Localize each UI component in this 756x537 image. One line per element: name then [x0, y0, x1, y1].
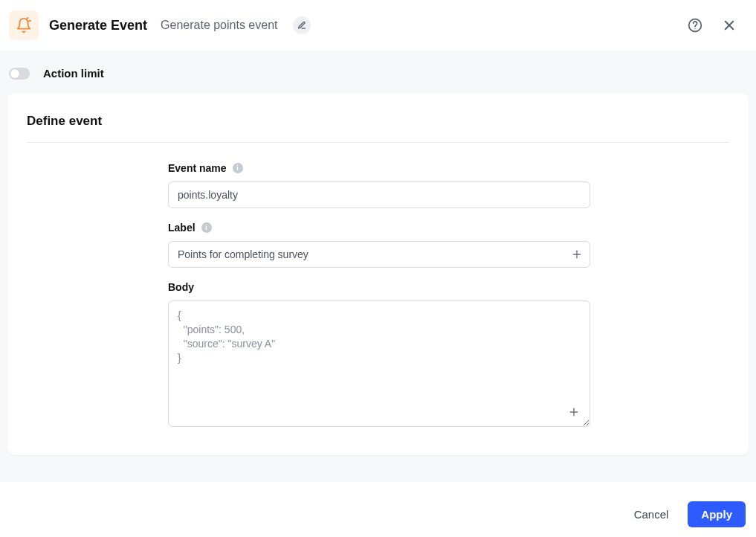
action-limit-row: Action limit — [0, 51, 756, 93]
footer-bar: Cancel Apply — [0, 482, 756, 527]
body-textarea[interactable] — [168, 300, 590, 427]
label-input[interactable] — [168, 241, 590, 268]
event-name-label: Event name — [168, 162, 227, 174]
label-field-label: Label — [168, 222, 196, 234]
card-title: Define event — [27, 114, 729, 143]
help-icon — [688, 18, 702, 33]
plus-icon — [569, 407, 579, 417]
body-field: Body — [168, 281, 590, 430]
plus-icon — [572, 249, 582, 260]
info-icon[interactable]: i — [201, 222, 212, 233]
help-button[interactable] — [683, 13, 707, 37]
action-limit-toggle[interactable] — [9, 68, 30, 80]
header-subtitle: Generate points event — [161, 19, 277, 32]
body-label: Body — [168, 281, 194, 293]
header-title: Generate Event — [49, 18, 147, 33]
body-area: Action limit Define event Event name i L… — [0, 51, 756, 482]
cancel-button[interactable]: Cancel — [631, 502, 672, 527]
pencil-icon — [297, 21, 306, 30]
edit-title-button[interactable] — [293, 16, 311, 34]
toggle-knob — [10, 69, 19, 78]
add-label-variable-button[interactable] — [569, 247, 584, 262]
close-button[interactable] — [717, 13, 741, 37]
action-limit-label: Action limit — [43, 67, 104, 80]
event-name-input[interactable] — [168, 181, 590, 208]
svg-point-1 — [694, 28, 695, 29]
label-field: Label i — [168, 222, 590, 268]
generate-event-icon — [9, 10, 39, 40]
event-name-field: Event name i — [168, 162, 590, 208]
form-column: Event name i Label i — [168, 162, 590, 430]
close-icon — [723, 19, 736, 32]
define-event-card: Define event Event name i Label i — [7, 93, 749, 455]
header-bar: Generate Event Generate points event — [0, 0, 756, 51]
add-body-variable-button[interactable] — [566, 405, 581, 419]
info-icon[interactable]: i — [233, 163, 243, 173]
apply-button[interactable]: Apply — [688, 501, 746, 527]
